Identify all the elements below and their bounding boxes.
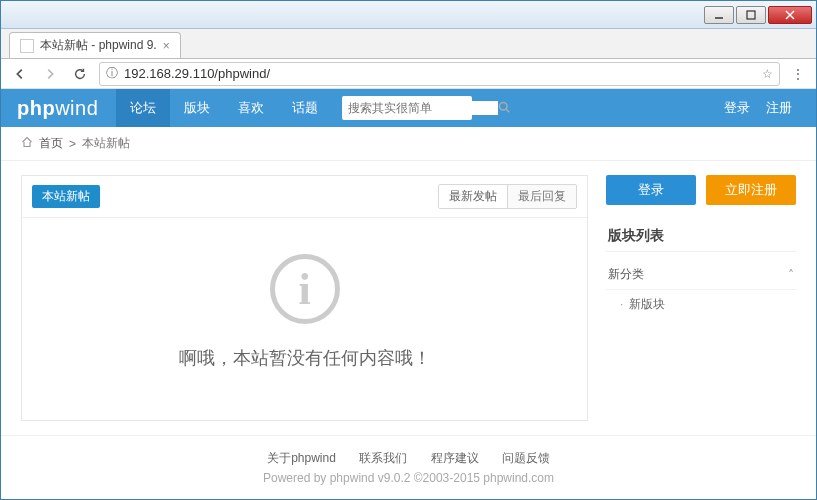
sort-toggle: 最新发帖 最后回复: [438, 184, 577, 209]
browser-toolbar: ⓘ ☆ ⋮: [1, 59, 816, 89]
svg-point-4: [500, 102, 508, 110]
svg-line-5: [507, 109, 510, 112]
site-logo[interactable]: phpwind: [17, 97, 98, 120]
window-maximize-button[interactable]: [736, 6, 766, 24]
footer-link-suggest[interactable]: 程序建议: [431, 451, 479, 465]
sidebar-register-button[interactable]: 立即注册: [706, 175, 796, 205]
tab-close-icon[interactable]: ×: [163, 39, 170, 53]
url-input[interactable]: [124, 66, 756, 81]
sort-last-reply[interactable]: 最后回复: [507, 185, 576, 208]
window-minimize-button[interactable]: [704, 6, 734, 24]
sidebar-login-button[interactable]: 登录: [606, 175, 696, 205]
favicon-icon: [20, 39, 34, 53]
search-icon[interactable]: [498, 101, 510, 116]
nav-item-forum[interactable]: 论坛: [116, 89, 170, 127]
window-close-button[interactable]: [768, 6, 812, 24]
footer-powered-by: Powered by phpwind v9.0.2 ©2003-2015 php…: [1, 471, 816, 485]
address-bar[interactable]: ⓘ ☆: [99, 62, 780, 86]
browser-menu-button[interactable]: ⋮: [788, 67, 808, 81]
nav-item-topics[interactable]: 话题: [278, 89, 332, 127]
main-active-tab[interactable]: 本站新帖: [32, 185, 100, 208]
footer-link-about[interactable]: 关于phpwind: [267, 451, 336, 465]
breadcrumb: 首页 > 本站新帖: [1, 127, 816, 161]
breadcrumb-separator: >: [69, 137, 76, 151]
category-name: 新分类: [608, 266, 644, 283]
site-header: phpwind 论坛 版块 喜欢 话题 登录 注册: [1, 89, 816, 127]
bookmark-star-icon[interactable]: ☆: [762, 67, 773, 81]
site-search[interactable]: [342, 96, 472, 120]
logo-text-prefix: php: [17, 97, 55, 119]
nav-forward-button[interactable]: [39, 63, 61, 85]
nav-reload-button[interactable]: [69, 63, 91, 85]
info-icon: i: [270, 254, 340, 324]
empty-message: 啊哦，本站暂没有任何内容哦！: [22, 346, 587, 370]
nav-back-button[interactable]: [9, 63, 31, 85]
chevron-up-icon: ˄: [788, 268, 794, 282]
sort-latest-post[interactable]: 最新发帖: [439, 185, 507, 208]
footer-link-feedback[interactable]: 问题反馈: [502, 451, 550, 465]
header-login-link[interactable]: 登录: [716, 99, 758, 117]
empty-state: i 啊哦，本站暂没有任何内容哦！: [22, 218, 587, 420]
site-info-icon[interactable]: ⓘ: [106, 65, 118, 82]
nav-item-likes[interactable]: 喜欢: [224, 89, 278, 127]
page-viewport: phpwind 论坛 版块 喜欢 话题 登录 注册 首页 > 本站新帖: [1, 89, 816, 499]
svg-rect-1: [747, 11, 755, 19]
sidebar-section-title: 版块列表: [606, 221, 796, 252]
logo-text-suffix: wind: [55, 97, 98, 119]
site-footer: 关于phpwind 联系我们 程序建议 问题反馈 Powered by phpw…: [1, 435, 816, 495]
category-child-item[interactable]: 新版块: [606, 290, 796, 319]
nav-item-boards[interactable]: 版块: [170, 89, 224, 127]
category-header[interactable]: 新分类 ˄: [606, 260, 796, 290]
window-titlebar: [1, 1, 816, 29]
search-input[interactable]: [348, 101, 498, 115]
header-register-link[interactable]: 注册: [758, 99, 800, 117]
browser-tab[interactable]: 本站新帖 - phpwind 9. ×: [9, 32, 181, 58]
sidebar: 登录 立即注册 版块列表 新分类 ˄ 新版块: [606, 175, 796, 421]
browser-tabstrip: 本站新帖 - phpwind 9. ×: [1, 29, 816, 59]
home-icon: [21, 136, 33, 151]
footer-link-contact[interactable]: 联系我们: [359, 451, 407, 465]
tab-title: 本站新帖 - phpwind 9.: [40, 37, 157, 54]
main-panel: 本站新帖 最新发帖 最后回复 i 啊哦，本站暂没有任何内容哦！: [21, 175, 588, 421]
breadcrumb-current: 本站新帖: [82, 135, 130, 152]
breadcrumb-home[interactable]: 首页: [39, 135, 63, 152]
